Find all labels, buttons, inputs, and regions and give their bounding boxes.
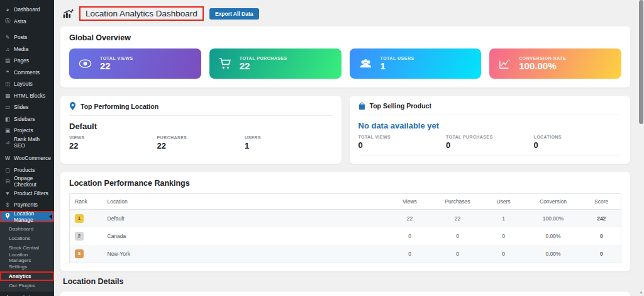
stat-value: 22 [69,141,157,151]
dashboard-icon: ◕ [4,6,11,13]
sidebar-item-onpage-checkout[interactable]: ⊟Onpage Checkout [0,176,54,188]
stat-label: TOTAL VIEWS [100,56,133,60]
sidebar-item-media[interactable]: ♫Media [0,43,54,55]
total-users-card: TOTAL USERS 1 [350,48,482,79]
pushpin-icon: ✎ [4,34,11,40]
table-row: 1 Default 22 22 1 100.00% 242 [70,210,621,228]
export-all-data-button[interactable]: Export All Data [209,8,259,20]
location-details-card: Canada Export [60,292,630,296]
cell-purchases: 0 [433,227,483,245]
users-group-icon [359,59,372,69]
slides-icon: ▭ [4,104,11,110]
stat-value: 0 [446,140,534,150]
current-menu-arrow-icon [49,214,52,219]
no-data-message: No data available yet [358,121,622,130]
sidebar-item-label: Comments [14,69,40,76]
sidebars-icon: ◧ [4,116,11,122]
sidebar-item-layouts[interactable]: ◫Layouts [0,78,54,90]
sidebar-item-label: Media [14,46,28,52]
conversion-rate-card: CONVERSION RATE 100.00% [489,48,621,79]
summary-cards-row: Top Performing Location Default VIEWS22 … [60,96,630,164]
sidebar-subitem-locations[interactable]: Locations [0,234,54,243]
astra-icon: Ⓐ [4,18,11,25]
global-overview-card: Global Overview TOTAL VIEWS 22 TOTAL [60,26,630,88]
menu-separator [0,148,54,152]
sidebar-item-dashboard[interactable]: ◕Dashboard [0,4,54,16]
location-manage-submenu: Dashboard Locations Stock Central Locati… [0,222,54,292]
table-row: 3 New-York 0 0 0 0.00% 0 [70,245,621,263]
sidebar-item-analytics[interactable]: Analytics [0,292,54,296]
column-header-conversion: Conversion [525,194,582,210]
top-selling-product-card: Top Selling Product No data available ye… [350,96,631,164]
cell-users: 1 [483,210,525,228]
cell-users: 0 [483,245,525,263]
cell-users: 0 [483,227,525,245]
sidebar-item-label: Projects [14,127,33,134]
rank-badge: 2 [75,232,84,241]
cell-location: New-York [103,245,387,263]
sidebar-item-projects[interactable]: ▣Projects [0,125,54,137]
sidebar-item-posts[interactable]: ✎Posts [0,31,54,43]
sidebar-item-rank-math-seo[interactable]: ⊿Rank Math SEO [0,137,54,149]
sidebar-item-label: Posts [14,34,27,40]
cell-location: Canada [103,227,387,245]
page-header: Location Analytics Dashboard Export All … [63,6,630,21]
sidebar-item-comments[interactable]: ❝Comments [0,67,54,79]
column-header-rank: Rank [70,194,103,210]
column-header-purchases: Purchases [433,194,483,210]
global-overview-heading: Global Overview [69,33,621,42]
cell-score: 242 [582,210,621,228]
sidebar-item-location-manage[interactable]: Location Manage [0,211,54,223]
scrollbar-thumb[interactable] [639,0,643,124]
eye-icon [79,59,92,68]
sidebar-item-products[interactable]: ▢Products [0,164,54,176]
location-details-heading: Location Details [63,277,630,286]
cell-score: 0 [582,245,621,263]
card-heading: Top Performing Location [80,103,158,110]
column-header-location: Location [103,194,387,210]
sidebar-item-product-filters[interactable]: ▼Product Filters [0,188,54,200]
cell-conversion: 100.00% [525,210,582,228]
cell-conversion: 0.00% [525,245,582,263]
sidebar-subitem-settings[interactable]: Settings [0,262,54,271]
comment-bubble-icon: ❝ [4,69,11,76]
sidebar-subitem-location-managers[interactable]: Location Managers [0,253,54,262]
sidebar-item-label: Products [14,167,35,173]
stat-label: LOCATIONS [534,135,622,139]
sidebar-item-woocommerce[interactable]: WWooCommerce [0,152,54,164]
sidebar-subitem-dashboard[interactable]: Dashboard [0,224,54,234]
blocks-grid-icon: ▦ [4,93,11,99]
admin-sidebar: ◕Dashboard ⒶAstra ✎Posts ♫Media ▤Pages ❝… [0,0,54,296]
stat-value: 100.00% [519,60,566,71]
stat-label: PURCHASES [157,135,245,140]
stat-label: TOTAL VIEWS [358,135,447,139]
scrollbar-down-arrow-icon[interactable]: ▼ [639,291,643,295]
sidebar-item-html-blocks[interactable]: ▦HTML Blocks [0,90,54,102]
top-performing-location-card: Top Performing Location Default VIEWS22 … [60,96,341,164]
sidebar-item-pages[interactable]: ▤Pages [0,55,54,67]
checkout-cart-icon: ⊟ [4,178,11,185]
dollar-icon: $ [4,202,11,208]
pages-icon: ▤ [4,57,11,64]
stat-label: TOTAL PURCHASES [446,135,534,139]
sidebar-item-slides[interactable]: ▭Slides [0,101,54,113]
column-header-views: Views [387,194,433,210]
funnel-icon: ▼ [4,190,11,196]
sidebar-item-payments[interactable]: $Payments [0,199,54,211]
column-header-users: Users [483,194,525,210]
cell-score: 0 [582,227,621,245]
location-pin-icon [69,102,76,110]
stat-value: 0 [358,140,447,150]
sidebar-subitem-analytics[interactable]: Analytics [0,271,54,281]
shopping-cart-icon [219,58,231,69]
sidebar-subitem-our-plugins[interactable]: Our Plugins [0,281,54,290]
stat-value: 1 [245,141,333,151]
shopping-bag-icon [358,102,365,110]
cell-views: 0 [387,227,433,245]
sidebar-item-label: Layouts [14,81,33,87]
table-row: 2 Canada 0 0 0 0.00% 0 [70,227,621,245]
sidebar-item-astra[interactable]: ⒶAstra [0,16,54,28]
stat-label: VIEWS [69,135,157,140]
sidebar-item-sidebars[interactable]: ◧Sidebars [0,113,54,125]
cell-purchases: 22 [433,210,483,228]
